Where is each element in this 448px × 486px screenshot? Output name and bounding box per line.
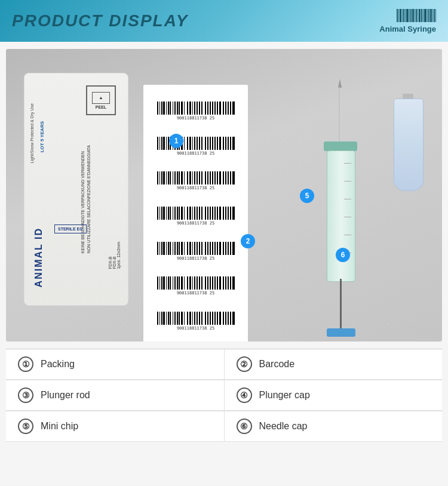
header-right: Animal Syringe xyxy=(379,9,436,33)
product-image-area: ▲ PEEL Light/Snow Protected & Dry Use LO… xyxy=(6,49,442,342)
barcode-visual-1 xyxy=(157,101,235,115)
dot-2: 2 xyxy=(241,234,255,248)
pkg-lot-text: LOT 5 YEARS xyxy=(39,121,45,152)
dot-5: 5 xyxy=(300,189,314,203)
label-text-needle-cap: Needle cap xyxy=(259,421,308,432)
label-num-5: ⑤ xyxy=(18,419,33,434)
barcode-item-5: 900118811738 25 xyxy=(149,242,242,261)
header-banner: PRODUCT DISPLAY xyxy=(0,0,448,42)
barcode-item-4: 900118811738 25 xyxy=(149,207,242,226)
labels-row-3: ⑤ Mini chip ⑥ Needle cap xyxy=(6,411,442,442)
syringe-body xyxy=(327,150,355,282)
barcode-visual-4 xyxy=(157,207,235,220)
needle xyxy=(339,87,340,144)
label-text-plunger-rod: Plunger rod xyxy=(41,390,90,401)
label-cell-packing: ① Packing xyxy=(6,349,225,380)
header-subtitle: Animal Syringe xyxy=(379,24,436,33)
dot-6: 6 xyxy=(336,248,350,262)
label-text-packing: Packing xyxy=(41,359,75,370)
barcode-num-6: 900118811738 25 xyxy=(177,291,214,296)
label-cell-plunger-cap: ④ Plunger cap xyxy=(225,380,443,411)
plunger-cap xyxy=(327,328,355,337)
needle-cap-connector xyxy=(403,94,413,99)
label-num-2: ② xyxy=(237,356,252,372)
syringe-hub xyxy=(324,142,357,151)
pkg-model-text: FDX-BFDX-B1pcs. 12x2mm xyxy=(108,242,121,269)
pkg-instructions: KEINE BESCHADIGTE VERPACKUNG VERWENDENNO… xyxy=(80,145,116,253)
barcode-item-3: 900118811738 25 xyxy=(149,171,242,190)
label-num-4: ④ xyxy=(237,387,252,403)
plunger-rod xyxy=(340,279,342,330)
label-text-mini-chip: Mini chip xyxy=(41,421,78,432)
label-cell-needle-cap: ⑥ Needle cap xyxy=(225,411,443,442)
barcode-visual-2 xyxy=(157,137,235,150)
needle-cap xyxy=(391,94,425,192)
barcode-num-2: 900118811738 25 xyxy=(177,151,214,156)
pkg-text-left: Light/Snow Protected & Dry Use xyxy=(29,103,35,163)
label-text-barcode: Barcode xyxy=(259,359,295,370)
barcode-item-6: 900118811738 25 xyxy=(149,276,242,296)
header-barcode-decoration xyxy=(397,9,436,22)
packaging-item: ▲ PEEL Light/Snow Protected & Dry Use LO… xyxy=(24,73,128,306)
barcode-item-1: 900118811738 25 xyxy=(149,101,242,121)
barcode-num-5: 900118811738 25 xyxy=(177,256,214,261)
labels-section: ① Packing ② Barcode ③ Plunger rod ④ Plun… xyxy=(6,349,442,442)
label-cell-barcode: ② Barcode xyxy=(225,349,443,380)
pkg-animal-id: ANIMAL ID xyxy=(33,227,44,287)
barcode-item-7: 900118811738 25 xyxy=(149,312,242,331)
labels-row-1: ① Packing ② Barcode xyxy=(6,349,442,380)
pkg-sterile: STERILE EO xyxy=(54,224,87,233)
needle-cap-body xyxy=(394,99,424,191)
product-surface: ▲ PEEL Light/Snow Protected & Dry Use LO… xyxy=(6,49,442,342)
barcode-visual-3 xyxy=(157,171,235,184)
barcode-visual-5 xyxy=(157,242,235,255)
labels-row-2: ③ Plunger rod ④ Plunger cap xyxy=(6,380,442,411)
label-num-1: ① xyxy=(18,356,33,372)
page-title: PRODUCT DISPLAY xyxy=(12,11,189,30)
label-num-6: ⑥ xyxy=(237,419,252,434)
peel-label: ▲ PEEL xyxy=(86,85,116,115)
barcode-visual-6 xyxy=(157,276,235,290)
syringe xyxy=(317,73,364,336)
barcode-num-3: 900118811738 25 xyxy=(177,186,214,190)
barcode-num-1: 900118811738 25 xyxy=(177,116,214,121)
barcode-num-7: 900118811738 25 xyxy=(177,326,214,331)
label-text-plunger-cap: Plunger cap xyxy=(259,390,310,401)
barcode-sheet: 900118811738 25 900118811738 25 90011881… xyxy=(143,85,248,342)
needle-tip xyxy=(338,79,342,88)
barcode-item-2: 900118811738 25 xyxy=(149,137,242,156)
dot-1: 1 xyxy=(169,134,183,148)
barcode-num-4: 900118811738 25 xyxy=(177,221,214,226)
label-num-3: ③ xyxy=(18,387,33,403)
label-cell-mini-chip: ⑤ Mini chip xyxy=(6,411,225,442)
label-cell-plunger-rod: ③ Plunger rod xyxy=(6,380,225,411)
barcode-visual-7 xyxy=(157,312,235,325)
